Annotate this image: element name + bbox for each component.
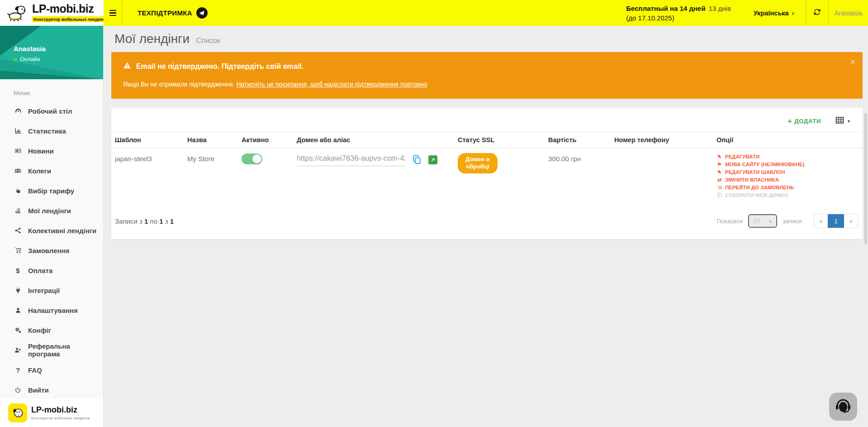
sidebar-item-colleagues[interactable]: Колеги — [0, 161, 103, 181]
sidebar-item-collective-landings[interactable]: Колективні лендінги — [0, 221, 103, 240]
chevron-down-icon: ∨ — [769, 219, 772, 224]
col-template: Шаблон — [111, 132, 184, 148]
columns-dropdown[interactable]: ▾ — [835, 116, 850, 126]
next-page-button[interactable]: » — [844, 214, 858, 228]
sidebar-item-label: Колеги — [28, 167, 51, 175]
panel-footer: Записи з 1 по 1 з 1 Показати 20 ∨ записи… — [111, 200, 863, 235]
cell-template: japan-steel3 — [111, 148, 184, 201]
dollar-icon: $ — [14, 267, 22, 274]
cell-phone — [611, 148, 713, 201]
sidebar-item-label: FAQ — [28, 366, 42, 374]
panel-toolbar: + ДОДАТИ ▾ — [111, 108, 863, 132]
sidebar-item-label: Робочий стіл — [28, 107, 72, 115]
site-language-link[interactable]: ⚑ МОВА САЙТУ (НЕЗМІНЮВАНЕ) — [716, 162, 859, 167]
sidebar-item-label: Інтеграції — [28, 287, 60, 294]
dashboard-icon — [14, 107, 22, 115]
sidebar-item-label: Новини — [28, 147, 54, 155]
alert-body: Якщо Ви не отримали підтвердження. — [123, 81, 236, 88]
user-plus-icon — [14, 347, 22, 354]
support-label: ТЕХПІДТРИМКА — [138, 9, 192, 17]
records-summary: Записи з 1 по 1 з 1 — [115, 217, 174, 225]
support-chat-button[interactable] — [829, 393, 857, 421]
language-dropdown[interactable]: Українська ∨ — [743, 0, 806, 26]
go-to-orders-link[interactable]: ПЕРЕЙТИ ДО ЗАМОВЛЕНЬ — [716, 185, 859, 190]
sidebar-item-payment[interactable]: $ Оплата — [0, 260, 103, 280]
close-icon[interactable]: × — [850, 58, 855, 66]
footer-brand-name: LP-mobi.biz — [31, 406, 90, 415]
change-owner-link[interactable]: ⇄ ЗМІНИТИ ВЛАСНИКА — [716, 177, 859, 182]
power-icon — [14, 387, 22, 393]
col-name: Назва — [184, 132, 238, 148]
app-header: LP-mobi.biz Конструктор мобильных лендин… — [0, 0, 868, 26]
sidebar-item-label: Вийти — [28, 386, 49, 394]
hamburger-menu-button[interactable] — [104, 0, 122, 26]
row-options: ✎ РЕДАГУВАТИ ⚑ МОВА САЙТУ (НЕЗМІНЮВАНЕ) … — [716, 154, 859, 198]
trial-title: Бесплатный на 14 дней — [626, 5, 705, 12]
tech-support-button[interactable]: ТЕХПІДТРИМКА — [122, 0, 221, 26]
page-size-value: 20 — [753, 218, 759, 225]
sidebar-item-integrations[interactable]: Інтеграції — [0, 280, 103, 300]
chevron-down-icon: ▾ — [848, 119, 850, 124]
news-icon — [14, 147, 22, 154]
sidebar-item-label: Вибір тарифу — [28, 187, 74, 195]
page-1-button[interactable]: 1 — [828, 214, 844, 228]
sidebar-item-statistics[interactable]: Статистика — [0, 121, 103, 141]
grid-icon — [835, 116, 844, 126]
edit-icon: ✎ — [716, 170, 722, 175]
refresh-button[interactable] — [806, 0, 828, 26]
copy-icon[interactable] — [412, 155, 422, 164]
table-header-row: Шаблон Назва Активно Домен або аліас Ста… — [111, 132, 863, 148]
col-ssl-status: Статус SSL — [454, 132, 545, 148]
email-warning-banner: Email не підтверджено. Підтвердіть свій … — [111, 52, 863, 99]
telegram-icon — [196, 7, 208, 19]
topbar-username[interactable]: Anastasia — [828, 0, 868, 26]
sidebar-item-dashboard[interactable]: Робочий стіл — [0, 101, 103, 121]
landings-stack-icon — [14, 207, 22, 214]
open-site-icon[interactable] — [428, 155, 437, 164]
sidebar-footer-logo: LP-mobi.biz Конструктор мобільних лендін… — [0, 399, 103, 427]
topbar: ТЕХПІДТРИМКА Бесплатный на 14 дней13 дні… — [104, 0, 868, 26]
prev-page-button[interactable]: « — [814, 214, 828, 228]
col-domain: Домен або аліас — [293, 132, 454, 148]
sidebar-user-status: Онлайн — [20, 56, 40, 62]
sidebar-item-referral[interactable]: Реферальна програма — [0, 340, 103, 360]
page-header: Мої лендінги Список — [104, 26, 868, 52]
dog-app-icon — [8, 403, 27, 422]
edit-link[interactable]: ✎ РЕДАГУВАТИ — [716, 154, 859, 159]
cart-icon — [716, 185, 722, 190]
col-price: Вартість — [545, 132, 611, 148]
edit-template-link[interactable]: ✎ РЕДАГУВАТИ ШАБЛОН — [716, 169, 859, 175]
edit-icon: ✎ — [716, 154, 722, 159]
sidebar-item-label: Мої лендінги — [28, 207, 71, 215]
language-icon: ⚑ — [716, 162, 722, 167]
trial-until: (до 17.10.2025) — [626, 13, 674, 23]
sidebar-item-orders[interactable]: Замовлення — [0, 240, 103, 260]
language-label: Українська — [754, 10, 789, 17]
ssl-status-badge: Домен в обробці — [458, 153, 498, 173]
trial-info: Бесплатный на 14 дней13 днів (до 17.10.2… — [626, 0, 731, 26]
add-landing-button[interactable]: + ДОДАТИ — [787, 118, 821, 125]
sidebar-item-label: Реферальна програма — [28, 342, 103, 358]
sidebar-item-settings[interactable]: Налаштування — [0, 300, 103, 320]
sidebar-item-label: Колективні лендінги — [28, 227, 96, 235]
sidebar-item-faq[interactable]: ? FAQ — [0, 360, 103, 380]
scrollbar-thumb[interactable] — [864, 113, 867, 245]
sidebar-menu: Робочий стіл Статистика Новини Колеги Ви… — [0, 101, 103, 400]
page-size-select[interactable]: 20 ∨ — [748, 214, 777, 228]
add-label: ДОДАТИ — [794, 118, 821, 125]
active-toggle[interactable] — [242, 154, 262, 164]
sidebar-item-config[interactable]: Конфіг — [0, 320, 103, 340]
sidebar-item-news[interactable]: Новини — [0, 141, 103, 161]
sidebar-item-tariff[interactable]: Вибір тарифу — [0, 181, 103, 201]
main-content: Мої лендінги Список Email не підтверджен… — [104, 26, 868, 427]
show-label: Показати — [716, 218, 743, 225]
sidebar-item-label: Налаштування — [28, 307, 78, 314]
cart-icon — [14, 247, 22, 254]
pagination: « 1 » — [814, 214, 858, 228]
footer-brand-tagline: Конструктор мобільних лендінгів — [31, 416, 90, 420]
sidebar: Anastasia Онлайн Меню Робочий стіл Стати… — [0, 26, 104, 427]
sidebar-item-my-landings[interactable]: Мої лендінги — [0, 201, 103, 221]
resend-confirmation-link[interactable]: Натисніть це посилання, щоб надіслати пі… — [236, 81, 427, 88]
domain-input[interactable] — [297, 153, 405, 166]
sidebar-item-logout[interactable]: Вийти — [0, 380, 103, 400]
